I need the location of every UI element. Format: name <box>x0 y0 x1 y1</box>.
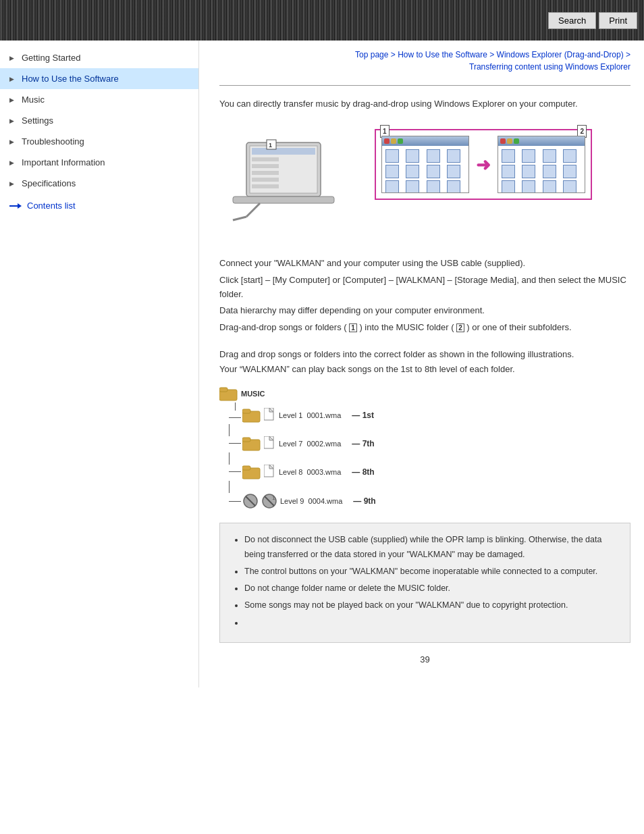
chevron-right-icon: ▶ <box>9 138 16 145</box>
sidebar-item-music[interactable]: ▶ Music <box>0 89 198 110</box>
folder-level7-icon <box>242 436 261 451</box>
level8-name: — 8th <box>352 465 374 479</box>
dest-window <box>498 136 585 193</box>
sidebar-item-label: Settings <box>22 115 53 126</box>
instruction-item: Click [start] – [My Computer] or [Comput… <box>219 273 630 302</box>
svg-text:1: 1 <box>269 142 272 149</box>
sidebar-item-how-to-use[interactable]: ▶ How to Use the Software <box>0 68 198 89</box>
contents-list-link[interactable]: Contents list <box>0 194 198 217</box>
svg-rect-5 <box>252 171 279 175</box>
notice-box: Do not disconnect the USB cable (supplie… <box>219 523 630 643</box>
svg-line-9 <box>246 203 260 217</box>
tree-root-label: MUSIC <box>241 388 265 400</box>
main-content: Top page > How to Use the Software > Win… <box>199 41 644 687</box>
breadcrumb-sub[interactable]: Windows Explorer (Drag-and-Drop) <box>497 50 624 59</box>
file-level1-icon <box>264 408 276 423</box>
notice-item: Do not disconnect the USB cable (supplie… <box>244 533 618 562</box>
sidebar-item-specifications[interactable]: ▶ Specifications <box>0 173 198 194</box>
svg-line-10 <box>233 217 246 220</box>
sidebar: ▶ Getting Started ▶ How to Use the Softw… <box>0 41 199 687</box>
laptop-diagram: 1 <box>226 129 361 230</box>
folder-level8-icon <box>242 465 261 479</box>
level7-name: — 7th <box>352 437 374 450</box>
svg-rect-20 <box>264 436 273 448</box>
file-level7-icon <box>264 436 276 451</box>
svg-rect-19 <box>242 438 250 442</box>
svg-rect-16 <box>242 409 250 413</box>
instruction-item: Data hierarchy may differ depending on y… <box>219 304 630 318</box>
instruction-item: Drag-and-drop songs or folders ( 1 ) int… <box>219 321 630 335</box>
level1-name: — 1st <box>352 409 374 422</box>
level9-label: Level 9 0004.wma <box>280 495 342 508</box>
divider <box>219 85 630 86</box>
sidebar-item-troubleshooting[interactable]: ▶ Troubleshooting <box>0 131 198 152</box>
notice-item: The control buttons on your "WALKMAN" be… <box>244 565 618 579</box>
drag-arrow-icon: ➜ <box>476 150 491 180</box>
chevron-right-icon: ▶ <box>9 159 16 166</box>
notice-item <box>244 616 618 630</box>
chevron-right-icon: ▶ <box>9 55 16 61</box>
notice-item: Some songs may not be played back on you… <box>244 598 618 613</box>
svg-rect-7 <box>252 184 279 188</box>
arrow-right-icon <box>9 203 23 209</box>
instruction-item: Connect your "WALKMAN" and your computer… <box>219 257 630 271</box>
notice-item: Do not change folder name or delete the … <box>244 581 618 596</box>
svg-rect-4 <box>252 164 279 168</box>
level7-label: Level 7 0002.wma <box>279 438 341 450</box>
folder-root-icon <box>219 386 238 401</box>
svg-rect-17 <box>264 408 273 420</box>
svg-rect-2 <box>252 148 315 155</box>
svg-rect-8 <box>233 197 334 203</box>
search-button[interactable]: Search <box>548 12 596 29</box>
intro-text: You can directly transfer music by drag-… <box>219 97 630 111</box>
svg-rect-6 <box>252 178 279 182</box>
sidebar-item-important-info[interactable]: ▶ Important Information <box>0 152 198 173</box>
sidebar-item-label: Specifications <box>22 178 76 188</box>
instruction-list: Connect your "WALKMAN" and your computer… <box>219 257 630 335</box>
breadcrumb-current[interactable]: Transferring content using Windows Explo… <box>469 62 630 72</box>
folder-tree: MUSIC <box>219 386 630 509</box>
file-level8-icon <box>264 465 276 479</box>
sidebar-item-label: Important Information <box>22 157 105 167</box>
sidebar-item-label: Music <box>22 95 45 105</box>
svg-text:1: 1 <box>272 495 275 501</box>
svg-rect-23 <box>264 465 273 477</box>
sidebar-item-label: Getting Started <box>22 53 80 63</box>
contents-list-label: Contents list <box>27 201 76 211</box>
header: Search Print <box>0 0 644 41</box>
sidebar-item-label: How to Use the Software <box>22 74 119 84</box>
chevron-right-icon: ▶ <box>9 76 16 82</box>
sidebar-item-label: Troubleshooting <box>22 136 84 147</box>
no-access-file-icon: 1 <box>261 493 277 509</box>
sidebar-item-getting-started[interactable]: ▶ Getting Started <box>0 47 198 68</box>
breadcrumb-section[interactable]: How to Use the Software <box>398 50 487 59</box>
level8-label: Level 8 0003.wma <box>279 466 341 479</box>
page-number: 39 <box>219 652 630 667</box>
print-button[interactable]: Print <box>599 12 637 29</box>
sidebar-item-settings[interactable]: ▶ Settings <box>0 110 198 131</box>
content-body: You can directly transfer music by drag-… <box>219 97 630 667</box>
drag-drop-intro: Drag and drop songs or folders into the … <box>219 347 630 377</box>
chevron-right-icon: ▶ <box>9 97 16 103</box>
level9-name: — 9th <box>353 494 375 508</box>
level1-label: Level 1 0001.wma <box>279 409 341 422</box>
breadcrumb: Top page > How to Use the Software > Win… <box>219 41 630 78</box>
svg-rect-22 <box>242 466 250 470</box>
source-window <box>381 136 469 193</box>
chevron-right-icon: ▶ <box>9 180 16 187</box>
svg-rect-14 <box>219 388 227 392</box>
no-access-icon <box>242 493 259 509</box>
chevron-right-icon: ▶ <box>9 118 16 124</box>
breadcrumb-top[interactable]: Top page <box>355 50 388 59</box>
folder-level1-icon <box>242 408 261 423</box>
svg-rect-3 <box>252 157 279 161</box>
